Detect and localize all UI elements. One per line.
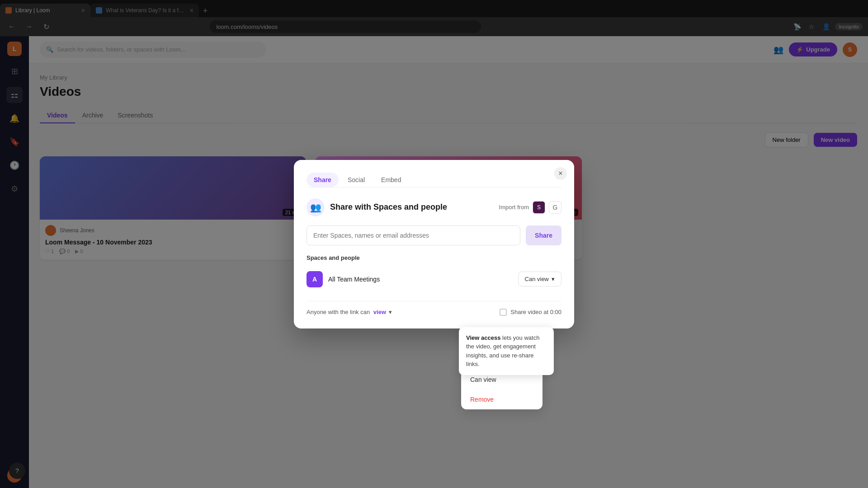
space-avatar-letter: A	[312, 276, 317, 283]
link-access-text: Anyone with the link can view	[307, 309, 386, 315]
import-from: Import from S G	[499, 201, 561, 214]
modal-tab-social[interactable]: Social	[340, 173, 372, 187]
space-row-all-team: A All Team Meetings Can view ▾	[307, 267, 561, 292]
share-icon: 👥	[307, 198, 325, 216]
timestamp-label: Share video at 0:00	[510, 309, 561, 315]
link-access-prefix: Anyone with the link can	[307, 309, 370, 315]
modal-tab-share[interactable]: Share	[307, 173, 339, 187]
view-access-tooltip: View access lets you watch the video, ge…	[459, 327, 554, 375]
share-submit-button[interactable]: Share	[526, 225, 561, 245]
permission-dropdown[interactable]: Can view ▾	[518, 272, 561, 286]
share-modal: Share Social Embed × 👥 Share with Spaces…	[294, 160, 574, 328]
timestamp-checkbox[interactable]	[500, 309, 507, 316]
tooltip-bold: View access	[466, 334, 500, 341]
modal-footer: Anyone with the link can view ▾ Share vi…	[307, 301, 561, 316]
google-import-button[interactable]: G	[549, 201, 561, 214]
import-from-label: Import from	[499, 204, 529, 211]
space-avatar-all-team: A	[307, 271, 323, 287]
spaces-section-title: Spaces and people	[307, 254, 561, 261]
modal-tabs: Share Social Embed	[307, 173, 561, 188]
link-access-permission: view	[373, 309, 386, 315]
modal-close-button[interactable]: ×	[554, 167, 567, 180]
share-icon-glyph: 👥	[310, 202, 321, 213]
permission-label: Can view	[525, 276, 549, 282]
link-access-chevron-icon: ▾	[389, 309, 392, 315]
share-input-row: Share	[307, 225, 561, 245]
share-timestamp: Share video at 0:00	[500, 309, 561, 316]
permission-remove[interactable]: Remove	[461, 389, 542, 409]
modal-overlay[interactable]: Share Social Embed × 👥 Share with Spaces…	[0, 0, 868, 488]
space-name-all-team: All Team Meetings	[328, 276, 513, 283]
share-email-input[interactable]	[307, 225, 520, 245]
close-icon: ×	[558, 169, 562, 178]
modal-title: Share with Spaces and people	[330, 202, 494, 212]
slack-import-button[interactable]: S	[533, 201, 545, 214]
permission-chevron-icon: ▾	[552, 276, 555, 282]
modal-tab-embed[interactable]: Embed	[374, 173, 408, 187]
modal-header: 👥 Share with Spaces and people Import fr…	[307, 198, 561, 216]
link-access-control[interactable]: Anyone with the link can view ▾	[307, 309, 392, 315]
